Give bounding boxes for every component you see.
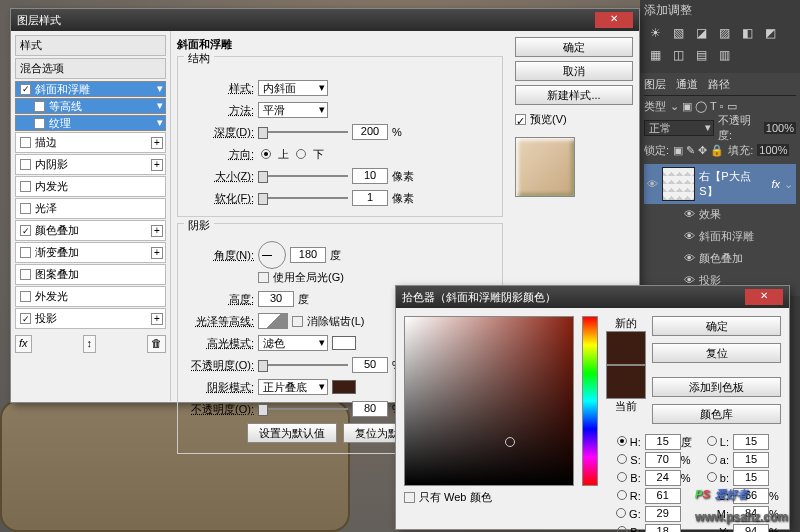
trash-icon[interactable]: 🗑 <box>147 335 166 353</box>
hue-slider[interactable] <box>582 316 598 486</box>
hl-opacity-slider[interactable] <box>258 364 348 366</box>
style-checkbox[interactable] <box>20 203 31 214</box>
style-item[interactable]: 内阴影+ <box>15 154 166 175</box>
style-checkbox[interactable] <box>34 118 45 129</box>
adj-icon[interactable]: ▧ <box>669 24 688 42</box>
close-icon[interactable]: ✕ <box>595 12 633 28</box>
depth-slider[interactable] <box>258 131 348 133</box>
color-libraries-button[interactable]: 颜色库 <box>652 404 781 424</box>
tab-layers[interactable]: 图层 <box>644 77 666 92</box>
a-input[interactable]: 15 <box>733 452 769 468</box>
hl-opacity-input[interactable]: 50 <box>352 357 388 373</box>
style-item[interactable]: 图案叠加 <box>15 264 166 285</box>
style-item[interactable]: 描边+ <box>15 132 166 153</box>
style-checkbox[interactable]: ✓ <box>20 84 31 95</box>
shadow-mode-select[interactable]: 正片叠底 <box>258 379 328 395</box>
style-item[interactable]: 纹理 <box>15 115 166 131</box>
plus-icon[interactable]: + <box>151 247 163 259</box>
style-checkbox[interactable]: ✓ <box>20 225 31 236</box>
blend-options-header[interactable]: 混合选项 <box>15 58 166 79</box>
sh-opacity-slider[interactable] <box>258 408 348 410</box>
styles-header[interactable]: 样式 <box>15 35 166 56</box>
visibility-icon[interactable]: 👁 <box>684 230 695 242</box>
style-item[interactable]: 内发光 <box>15 176 166 197</box>
style-checkbox[interactable] <box>20 181 31 192</box>
bc-input[interactable]: 18 <box>645 524 681 532</box>
highlight-color-swatch[interactable] <box>332 336 356 350</box>
tab-paths[interactable]: 路径 <box>708 77 730 92</box>
r-radio[interactable] <box>617 490 627 500</box>
picker-cancel-button[interactable]: 复位 <box>652 343 781 363</box>
r-input[interactable]: 61 <box>645 488 681 504</box>
adj-icon[interactable]: ◫ <box>669 46 688 64</box>
dir-down-radio[interactable] <box>296 149 306 159</box>
h-radio[interactable] <box>617 436 627 446</box>
fx-badge[interactable]: fx <box>771 178 780 190</box>
blend-mode-select[interactable]: 正常 <box>644 120 714 136</box>
dialog-titlebar[interactable]: 图层样式 ✕ <box>11 9 639 31</box>
style-checkbox[interactable] <box>20 269 31 280</box>
b-radio[interactable] <box>617 472 627 482</box>
soften-input[interactable]: 1 <box>352 190 388 206</box>
picker-titlebar[interactable]: 拾色器（斜面和浮雕阴影颜色） ✕ <box>396 286 789 308</box>
altitude-input[interactable]: 30 <box>258 291 294 307</box>
style-item[interactable]: ✓投影+ <box>15 308 166 329</box>
preview-checkbox[interactable]: ✓ <box>515 114 526 125</box>
dir-up-radio[interactable] <box>261 149 271 159</box>
saturation-value-field[interactable] <box>404 316 574 486</box>
a-radio[interactable] <box>707 454 717 464</box>
style-item[interactable]: 渐变叠加+ <box>15 242 166 263</box>
style-checkbox[interactable] <box>34 101 45 112</box>
l-input[interactable]: 15 <box>733 434 769 450</box>
sv-cursor[interactable] <box>505 437 515 447</box>
fx-coloroverlay[interactable]: 颜色叠加 <box>699 251 743 266</box>
style-item[interactable]: ✓颜色叠加+ <box>15 220 166 241</box>
close-icon[interactable]: ✕ <box>745 289 783 305</box>
size-input[interactable]: 10 <box>352 168 388 184</box>
style-item[interactable]: ✓斜面和浮雕 <box>15 81 166 97</box>
adj-icon[interactable]: ▤ <box>692 46 711 64</box>
sh-opacity-input[interactable]: 80 <box>352 401 388 417</box>
highlight-mode-select[interactable]: 滤色 <box>258 335 328 351</box>
size-slider[interactable] <box>258 175 348 177</box>
angle-input[interactable]: 180 <box>290 247 326 263</box>
tab-channels[interactable]: 通道 <box>676 77 698 92</box>
adj-icon[interactable]: ◩ <box>761 24 780 42</box>
soften-slider[interactable] <box>258 197 348 199</box>
fx-menu[interactable]: fx <box>15 335 32 353</box>
plus-icon[interactable]: + <box>151 159 163 171</box>
current-color-swatch[interactable] <box>606 365 646 399</box>
style-checkbox[interactable] <box>20 247 31 258</box>
adj-icon[interactable]: ☀ <box>646 24 665 42</box>
add-swatch-button[interactable]: 添加到色板 <box>652 377 781 397</box>
visibility-icon[interactable]: 👁 <box>684 252 695 264</box>
bc-radio[interactable] <box>617 526 627 532</box>
plus-icon[interactable]: + <box>151 137 163 149</box>
fill-value[interactable]: 100% <box>757 144 789 156</box>
s-input[interactable]: 70 <box>645 452 681 468</box>
g-input[interactable]: 29 <box>645 506 681 522</box>
style-checkbox[interactable]: ✓ <box>20 313 31 324</box>
h-input[interactable]: 15 <box>645 434 681 450</box>
angle-dial[interactable] <box>258 241 286 269</box>
style-checkbox[interactable] <box>20 137 31 148</box>
adj-icon[interactable]: ◪ <box>692 24 711 42</box>
style-item[interactable]: 等高线 <box>15 98 166 114</box>
make-default-button[interactable]: 设置为默认值 <box>247 423 337 443</box>
adj-icon[interactable]: ◧ <box>738 24 757 42</box>
depth-input[interactable]: 200 <box>352 124 388 140</box>
visibility-icon[interactable]: 👁 <box>647 178 658 190</box>
web-only-checkbox[interactable] <box>404 492 415 503</box>
add-style-icon[interactable]: ↕ <box>83 335 97 353</box>
fx-bevel[interactable]: 斜面和浮雕 <box>699 229 754 244</box>
picker-ok-button[interactable]: 确定 <box>652 316 781 336</box>
opacity-value[interactable]: 100% <box>764 122 796 134</box>
global-light-checkbox[interactable] <box>258 272 269 283</box>
style-item[interactable]: 光泽 <box>15 198 166 219</box>
layer-thumbnail[interactable] <box>662 167 695 201</box>
new-style-button[interactable]: 新建样式... <box>515 85 633 105</box>
method-select[interactable]: 平滑 <box>258 102 328 118</box>
g-radio[interactable] <box>616 508 626 518</box>
ok-button[interactable]: 确定 <box>515 37 633 57</box>
style-checkbox[interactable] <box>20 159 31 170</box>
